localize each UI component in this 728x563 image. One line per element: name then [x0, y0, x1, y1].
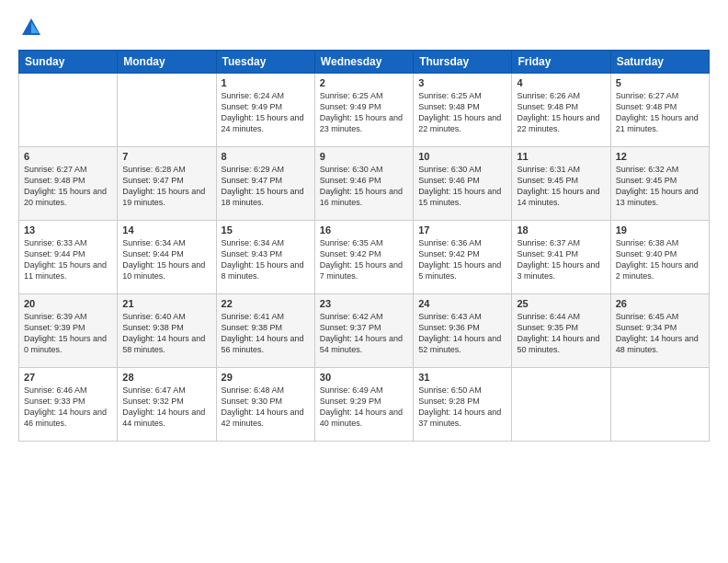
calendar-week-row: 6Sunrise: 6:27 AMSunset: 9:48 PMDaylight…: [19, 147, 710, 221]
day-number: 25: [517, 298, 605, 309]
calendar-cell: 1Sunrise: 6:24 AMSunset: 9:49 PMDaylight…: [216, 74, 314, 147]
day-number: 4: [517, 77, 605, 88]
calendar-cell: 9Sunrise: 6:30 AMSunset: 9:46 PMDaylight…: [314, 147, 413, 221]
cell-info: Sunrise: 6:24 AMSunset: 9:49 PMDaylight:…: [222, 91, 304, 133]
calendar-week-row: 27Sunrise: 6:46 AMSunset: 9:33 PMDayligh…: [19, 368, 710, 442]
cell-info: Sunrise: 6:32 AMSunset: 9:45 PMDaylight:…: [616, 165, 699, 207]
calendar-cell: 2Sunrise: 6:25 AMSunset: 9:49 PMDaylight…: [314, 74, 413, 147]
day-number: 19: [616, 224, 704, 236]
cell-info: Sunrise: 6:45 AMSunset: 9:34 PMDaylight:…: [616, 312, 699, 354]
cell-info: Sunrise: 6:29 AMSunset: 9:47 PMDaylight:…: [222, 165, 304, 207]
day-header-wednesday: Wednesday: [314, 51, 413, 74]
day-number: 5: [616, 77, 704, 88]
cell-info: Sunrise: 6:43 AMSunset: 9:36 PMDaylight:…: [418, 312, 501, 354]
cell-info: Sunrise: 6:27 AMSunset: 9:48 PMDaylight:…: [616, 91, 699, 133]
cell-info: Sunrise: 6:25 AMSunset: 9:48 PMDaylight:…: [418, 91, 501, 133]
calendar-cell: 18Sunrise: 6:37 AMSunset: 9:41 PMDayligh…: [512, 221, 610, 294]
cell-info: Sunrise: 6:27 AMSunset: 9:48 PMDaylight:…: [24, 165, 107, 207]
cell-info: Sunrise: 6:48 AMSunset: 9:30 PMDaylight:…: [222, 385, 304, 428]
cell-info: Sunrise: 6:44 AMSunset: 9:35 PMDaylight:…: [517, 312, 599, 354]
day-number: 12: [616, 151, 704, 162]
calendar-cell: 15Sunrise: 6:34 AMSunset: 9:43 PMDayligh…: [216, 221, 314, 294]
day-number: 27: [24, 372, 112, 383]
calendar-cell: 20Sunrise: 6:39 AMSunset: 9:39 PMDayligh…: [19, 294, 118, 368]
day-number: 6: [24, 151, 112, 162]
cell-info: Sunrise: 6:36 AMSunset: 9:42 PMDaylight:…: [418, 238, 501, 281]
cell-info: Sunrise: 6:35 AMSunset: 9:42 PMDaylight:…: [320, 238, 403, 281]
day-header-saturday: Saturday: [610, 51, 709, 74]
day-number: 2: [320, 77, 408, 88]
day-number: 3: [418, 77, 506, 88]
day-number: 11: [517, 151, 605, 162]
cell-info: Sunrise: 6:34 AMSunset: 9:43 PMDaylight:…: [222, 238, 304, 281]
calendar-cell: 8Sunrise: 6:29 AMSunset: 9:47 PMDaylight…: [216, 147, 314, 221]
cell-info: Sunrise: 6:50 AMSunset: 9:28 PMDaylight:…: [418, 385, 501, 428]
calendar-cell: 23Sunrise: 6:42 AMSunset: 9:37 PMDayligh…: [314, 294, 413, 368]
day-number: 26: [616, 298, 704, 309]
calendar-cell: 16Sunrise: 6:35 AMSunset: 9:42 PMDayligh…: [314, 221, 413, 294]
calendar-cell: 31Sunrise: 6:50 AMSunset: 9:28 PMDayligh…: [414, 368, 512, 442]
calendar-cell: 3Sunrise: 6:25 AMSunset: 9:48 PMDaylight…: [414, 74, 512, 147]
calendar-week-row: 20Sunrise: 6:39 AMSunset: 9:39 PMDayligh…: [19, 294, 710, 368]
calendar-table: SundayMondayTuesdayWednesdayThursdayFrid…: [18, 50, 710, 442]
calendar-cell: [512, 368, 610, 442]
day-number: 18: [517, 224, 605, 236]
day-number: 17: [418, 224, 506, 236]
calendar-cell: 24Sunrise: 6:43 AMSunset: 9:36 PMDayligh…: [414, 294, 512, 368]
cell-info: Sunrise: 6:34 AMSunset: 9:44 PMDaylight:…: [122, 238, 205, 281]
day-number: 23: [320, 298, 408, 309]
calendar-cell: 28Sunrise: 6:47 AMSunset: 9:32 PMDayligh…: [118, 368, 216, 442]
day-number: 24: [418, 298, 506, 309]
day-number: 22: [222, 298, 310, 309]
day-header-monday: Monday: [118, 51, 216, 74]
day-number: 9: [320, 151, 408, 162]
day-number: 16: [320, 224, 408, 236]
cell-info: Sunrise: 6:26 AMSunset: 9:48 PMDaylight:…: [517, 91, 599, 133]
calendar-cell: 19Sunrise: 6:38 AMSunset: 9:40 PMDayligh…: [610, 221, 709, 294]
cell-info: Sunrise: 6:37 AMSunset: 9:41 PMDaylight:…: [517, 238, 599, 281]
cell-info: Sunrise: 6:33 AMSunset: 9:44 PMDaylight:…: [24, 238, 107, 281]
logo-icon: [18, 15, 44, 40]
cell-info: Sunrise: 6:30 AMSunset: 9:46 PMDaylight:…: [320, 165, 403, 207]
calendar-cell: 22Sunrise: 6:41 AMSunset: 9:38 PMDayligh…: [216, 294, 314, 368]
cell-info: Sunrise: 6:41 AMSunset: 9:38 PMDaylight:…: [222, 312, 304, 354]
cell-info: Sunrise: 6:40 AMSunset: 9:38 PMDaylight:…: [122, 312, 205, 354]
day-number: 7: [122, 151, 210, 162]
calendar-cell: 4Sunrise: 6:26 AMSunset: 9:48 PMDaylight…: [512, 74, 610, 147]
calendar-cell: 27Sunrise: 6:46 AMSunset: 9:33 PMDayligh…: [19, 368, 118, 442]
cell-info: Sunrise: 6:42 AMSunset: 9:37 PMDaylight:…: [320, 312, 403, 354]
cell-info: Sunrise: 6:39 AMSunset: 9:39 PMDaylight:…: [24, 312, 107, 354]
calendar-cell: 7Sunrise: 6:28 AMSunset: 9:47 PMDaylight…: [118, 147, 216, 221]
day-number: 28: [122, 372, 210, 383]
cell-info: Sunrise: 6:30 AMSunset: 9:46 PMDaylight:…: [418, 165, 501, 207]
calendar-cell: 21Sunrise: 6:40 AMSunset: 9:38 PMDayligh…: [118, 294, 216, 368]
calendar-cell: [610, 368, 709, 442]
cell-info: Sunrise: 6:31 AMSunset: 9:45 PMDaylight:…: [517, 165, 599, 207]
page: SundayMondayTuesdayWednesdayThursdayFrid…: [0, 0, 728, 563]
logo: [18, 15, 48, 40]
day-number: 30: [320, 372, 408, 383]
calendar-cell: 25Sunrise: 6:44 AMSunset: 9:35 PMDayligh…: [512, 294, 610, 368]
calendar-cell: 26Sunrise: 6:45 AMSunset: 9:34 PMDayligh…: [610, 294, 709, 368]
calendar-header-row: SundayMondayTuesdayWednesdayThursdayFrid…: [19, 51, 710, 74]
day-number: 14: [122, 224, 210, 236]
day-number: 21: [122, 298, 210, 309]
cell-info: Sunrise: 6:25 AMSunset: 9:49 PMDaylight:…: [320, 91, 403, 133]
calendar-cell: [118, 74, 216, 147]
header: [18, 15, 710, 40]
calendar-cell: 6Sunrise: 6:27 AMSunset: 9:48 PMDaylight…: [19, 147, 118, 221]
day-header-tuesday: Tuesday: [216, 51, 314, 74]
calendar-cell: 30Sunrise: 6:49 AMSunset: 9:29 PMDayligh…: [314, 368, 413, 442]
day-number: 8: [222, 151, 310, 162]
cell-info: Sunrise: 6:38 AMSunset: 9:40 PMDaylight:…: [616, 238, 699, 281]
day-number: 10: [418, 151, 506, 162]
calendar-cell: 29Sunrise: 6:48 AMSunset: 9:30 PMDayligh…: [216, 368, 314, 442]
day-header-thursday: Thursday: [414, 51, 512, 74]
calendar-cell: 5Sunrise: 6:27 AMSunset: 9:48 PMDaylight…: [610, 74, 709, 147]
day-number: 20: [24, 298, 112, 309]
day-number: 29: [222, 372, 310, 383]
calendar-week-row: 1Sunrise: 6:24 AMSunset: 9:49 PMDaylight…: [19, 74, 710, 147]
day-number: 13: [24, 224, 112, 236]
cell-info: Sunrise: 6:47 AMSunset: 9:32 PMDaylight:…: [122, 385, 205, 428]
calendar-cell: 14Sunrise: 6:34 AMSunset: 9:44 PMDayligh…: [118, 221, 216, 294]
